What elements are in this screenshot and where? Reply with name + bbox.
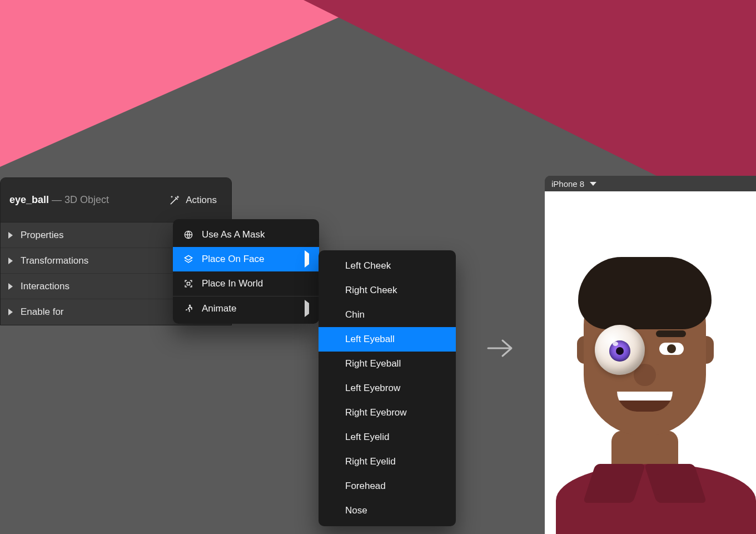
submenu-caret — [305, 254, 309, 265]
device-preview: iPhone 8 — [545, 176, 756, 534]
face-anchor-submenu: Left Cheek Right Cheek Chin Left Eyeball… — [319, 250, 456, 526]
actions-menu: Use As A Mask Place On Face Place In Wor… — [173, 219, 319, 324]
submenu-label: Right Eyeball — [345, 358, 401, 369]
submenu-label: Right Cheek — [345, 285, 397, 296]
wand-icon — [169, 195, 180, 206]
device-name: iPhone 8 — [551, 179, 584, 189]
submenu-caret — [305, 303, 309, 314]
menu-item-label: Place In World — [202, 278, 263, 289]
menu-item-place-in-world[interactable]: Place In World — [173, 271, 319, 296]
submenu-label: Right Eyebrow — [345, 407, 407, 418]
eye-ball-3d-object — [595, 325, 645, 375]
submenu-label: Left Eyelid — [345, 432, 389, 443]
section-label: Transformations — [21, 255, 88, 266]
chevron-down-icon — [590, 182, 596, 186]
submenu-item-nose[interactable]: Nose — [319, 498, 456, 523]
submenu-label: Nose — [345, 505, 367, 516]
submenu-item-right-eyelid[interactable]: Right Eyelid — [319, 449, 456, 474]
globe-icon — [183, 229, 194, 240]
section-label: Properties — [21, 230, 63, 241]
submenu-label: Left Cheek — [345, 260, 391, 271]
inspector-header: eye_ball — 3D Object Actions — [1, 178, 231, 222]
submenu-item-left-eyeball[interactable]: Left Eyeball — [319, 327, 456, 352]
layers-icon — [183, 254, 194, 265]
object-title: eye_ball — 3D Object — [9, 194, 109, 206]
submenu-item-right-cheek[interactable]: Right Cheek — [319, 278, 456, 303]
submenu-item-left-eyebrow[interactable]: Left Eyebrow — [319, 376, 456, 400]
menu-item-use-as-mask[interactable]: Use As A Mask — [173, 222, 319, 247]
submenu-item-right-eyebrow[interactable]: Right Eyebrow — [319, 400, 456, 425]
disclosure-icon — [8, 258, 13, 264]
submenu-label: Left Eyebrow — [345, 383, 400, 394]
submenu-item-chin[interactable]: Chin — [319, 303, 456, 327]
device-selector[interactable]: iPhone 8 — [545, 176, 756, 191]
actions-label: Actions — [186, 195, 217, 206]
object-name: eye_ball — [9, 194, 49, 205]
object-type: 3D Object — [64, 194, 109, 205]
disclosure-icon — [8, 283, 13, 290]
submenu-item-left-eyelid[interactable]: Left Eyelid — [319, 425, 456, 449]
menu-item-place-on-face[interactable]: Place On Face — [173, 247, 319, 271]
preview-face-illustration — [561, 253, 739, 486]
svg-point-2 — [189, 304, 191, 306]
submenu-item-left-cheek[interactable]: Left Cheek — [319, 254, 456, 278]
frame-icon — [183, 278, 194, 289]
result-arrow-icon — [486, 336, 516, 363]
section-label: Enable for — [21, 306, 64, 318]
submenu-item-forehead[interactable]: Forehead — [319, 474, 456, 498]
section-label: Interactions — [21, 281, 69, 292]
submenu-label: Forehead — [345, 481, 386, 492]
menu-item-label: Place On Face — [202, 254, 264, 265]
disclosure-icon — [8, 232, 13, 239]
submenu-label: Left Eyeball — [345, 334, 395, 345]
menu-item-label: Use As A Mask — [202, 229, 265, 240]
submenu-label: Chin — [345, 309, 365, 320]
run-icon — [183, 303, 194, 314]
device-screen — [545, 191, 756, 534]
disclosure-icon — [8, 309, 13, 315]
svg-rect-1 — [187, 283, 190, 285]
submenu-item-right-eyeball[interactable]: Right Eyeball — [319, 352, 456, 376]
actions-button[interactable]: Actions — [163, 191, 222, 209]
menu-item-label: Animate — [202, 303, 236, 314]
object-type-prefix: — — [49, 194, 64, 205]
menu-item-animate[interactable]: Animate — [173, 296, 319, 320]
submenu-label: Right Eyelid — [345, 456, 396, 467]
